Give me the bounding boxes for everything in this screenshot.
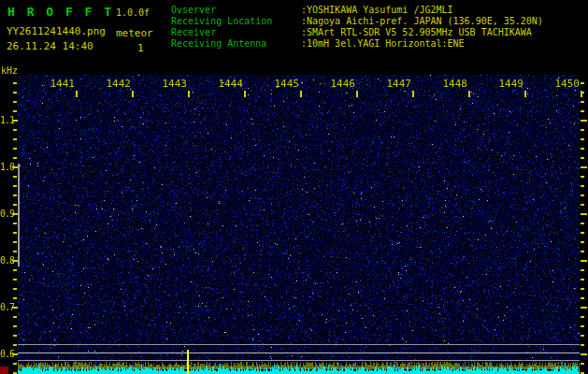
freq-tick-minor xyxy=(13,185,17,187)
freq-tick-minor xyxy=(13,297,17,299)
hrofft-screenshot: H R O F F T 1.0.0f YY2611241440.png mete… xyxy=(0,0,588,374)
freq-tick-minor xyxy=(13,176,17,178)
freq-tick-minor xyxy=(13,129,17,131)
station-info-label: Ovserver xyxy=(171,5,301,16)
freq-tick-label: 1.1 xyxy=(0,116,12,125)
freq-tick-minor xyxy=(581,204,584,206)
freq-tick-minor xyxy=(13,363,17,365)
freq-tick-minor xyxy=(13,204,17,206)
station-info-label: Receiving Location xyxy=(171,16,301,27)
freq-tick-minor xyxy=(13,344,17,346)
freq-tick-minor xyxy=(581,241,584,243)
freq-tick-minor xyxy=(581,92,584,94)
time-tick xyxy=(581,91,582,97)
freq-tick-minor xyxy=(13,82,17,84)
freq-tick-minor xyxy=(581,223,584,224)
station-info-value: :10mH 3el.YAGI Horizontal:ENE xyxy=(301,38,465,49)
station-info-label: Receiver xyxy=(171,27,301,38)
freq-tick-minor xyxy=(13,335,17,337)
freq-tick-minor xyxy=(13,269,17,271)
freq-tick-minor xyxy=(581,157,584,159)
freq-tick-minor xyxy=(13,101,17,103)
freq-tick-minor xyxy=(13,279,17,280)
spectrogram-canvas xyxy=(18,75,580,374)
freq-tick-major xyxy=(581,260,587,262)
freq-tick-minor xyxy=(581,148,584,150)
level-indicator-red xyxy=(0,367,8,374)
freq-tick-label: 0.9 xyxy=(0,209,12,219)
station-info-row: Receiving Location:Nagoya Aichi-pref. JA… xyxy=(171,16,543,27)
freq-tick-minor xyxy=(581,194,584,196)
freq-tick-minor xyxy=(13,157,17,159)
freq-tick-minor xyxy=(13,232,17,234)
app-version: 1.0.0f xyxy=(116,7,150,18)
freq-tick-minor xyxy=(581,185,584,187)
freq-tick-minor xyxy=(581,232,584,234)
freq-tick-label: 0.6 xyxy=(0,350,12,359)
station-info: Ovserver:YOSHIKAWA Yasufumi /JG2MLIRecei… xyxy=(171,5,543,50)
station-info-value: :YOSHIKAWA Yasufumi /JG2MLI xyxy=(301,5,453,15)
freq-tick-label: 0.7 xyxy=(0,303,12,312)
freq-tick-minor xyxy=(581,269,584,271)
count-value: 1 xyxy=(137,42,144,54)
freq-tick-minor xyxy=(13,316,17,318)
freq-axis-unit: kHz xyxy=(1,66,18,76)
freq-tick-minor xyxy=(13,110,17,112)
freq-tick-minor xyxy=(13,92,17,94)
freq-tick-minor xyxy=(581,316,584,318)
freq-tick-minor xyxy=(581,82,584,84)
freq-tick-minor xyxy=(581,251,584,252)
station-info-value: :Nagoya Aichi-pref. JAPAN (136.90E, 35.2… xyxy=(301,16,543,26)
freq-tick-minor xyxy=(581,279,584,280)
station-info-row: Ovserver:YOSHIKAWA Yasufumi /JG2MLI xyxy=(171,5,543,16)
mode-label: meteor xyxy=(116,27,153,39)
freq-tick-minor xyxy=(581,129,584,131)
freq-tick-label: 1.0 xyxy=(0,163,12,172)
freq-tick-minor xyxy=(581,138,584,140)
freq-tick-minor xyxy=(13,148,17,150)
freq-tick-major xyxy=(581,353,587,355)
freq-tick-minor xyxy=(13,223,17,224)
output-filename: YY2611241440.png xyxy=(7,25,106,37)
freq-tick-label: 0.8 xyxy=(0,256,12,266)
freq-tick-minor xyxy=(581,297,584,299)
station-info-label: Receiving Antenna xyxy=(171,38,301,50)
freq-tick-minor xyxy=(13,194,17,196)
app-title: H R O F F T xyxy=(7,5,114,19)
freq-tick-minor xyxy=(13,241,17,243)
freq-tick-minor xyxy=(581,101,584,103)
observation-datetime: 26.11.24 14:40 xyxy=(7,40,93,52)
freq-tick-minor xyxy=(581,288,584,290)
freq-tick-major xyxy=(581,120,587,122)
freq-tick-major xyxy=(581,307,587,309)
freq-tick-minor xyxy=(581,325,584,327)
freq-tick-minor xyxy=(581,176,584,178)
freq-tick-minor xyxy=(13,325,17,327)
freq-tick-minor xyxy=(581,344,584,346)
freq-tick-minor xyxy=(13,138,17,140)
freq-tick-major xyxy=(581,166,587,168)
station-info-row: Receiver:SMArt RTL-SDR V5 52.905MHz USB … xyxy=(171,27,543,38)
freq-tick-major xyxy=(581,213,587,215)
freq-tick-minor xyxy=(581,335,584,337)
freq-tick-minor xyxy=(581,363,584,365)
freq-tick-minor xyxy=(13,251,17,252)
freq-tick-minor xyxy=(581,110,584,112)
freq-tick-minor xyxy=(13,288,17,290)
station-info-row: Receiving Antenna:10mH 3el.YAGI Horizont… xyxy=(171,38,543,50)
station-info-value: :SMArt RTL-SDR V5 52.905MHz USB TACHIKAW… xyxy=(301,27,532,37)
